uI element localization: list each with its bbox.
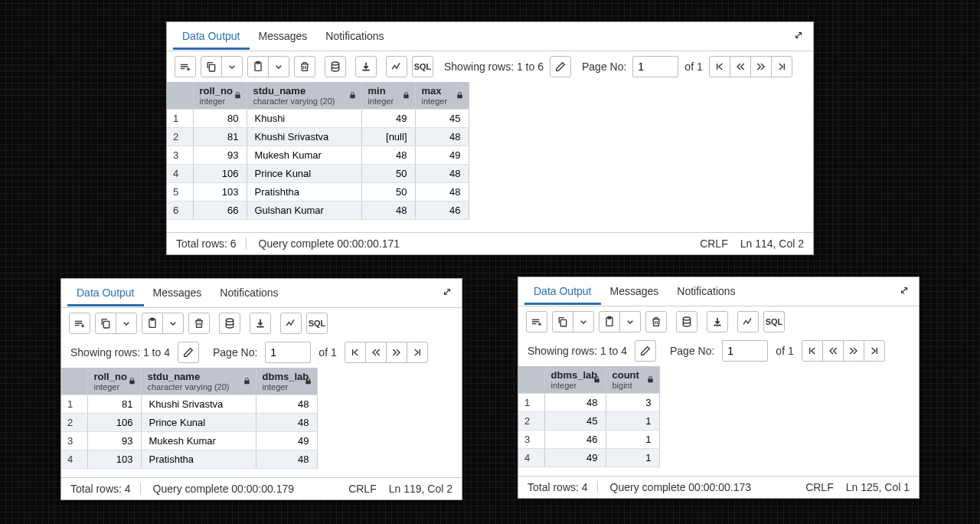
download-button[interactable] <box>250 313 271 334</box>
tab-messages[interactable]: Messages <box>601 279 668 305</box>
add-row-button[interactable] <box>175 56 196 77</box>
table-row[interactable]: 2106Prince Kunal48 <box>61 414 317 432</box>
cell[interactable]: 48 <box>256 414 317 432</box>
cell[interactable]: Pratishtha <box>141 450 256 469</box>
table-row[interactable]: 1483 <box>518 394 659 412</box>
cell[interactable]: 49 <box>256 432 317 450</box>
cell[interactable]: 46 <box>415 201 469 220</box>
expand-icon[interactable] <box>790 27 807 47</box>
copy-button[interactable] <box>201 56 222 77</box>
cell[interactable]: 48 <box>415 128 469 146</box>
edit-button[interactable] <box>178 342 199 363</box>
table-row[interactable]: 3461 <box>518 431 659 449</box>
download-button[interactable] <box>707 311 728 332</box>
page-next-button[interactable] <box>750 56 772 77</box>
column-header-roll_no[interactable]: roll_nointeger <box>87 368 141 395</box>
copy-dropdown-button[interactable] <box>221 56 243 77</box>
cell[interactable]: 1 <box>606 412 659 431</box>
cell[interactable]: Gulshan Kumar <box>247 201 361 220</box>
column-header-roll_no[interactable]: roll_nointeger <box>193 82 247 110</box>
paste-button[interactable] <box>247 56 269 77</box>
cell[interactable]: 48 <box>415 165 469 183</box>
cell[interactable]: 106 <box>193 165 247 183</box>
cell[interactable]: 1 <box>606 431 659 449</box>
cell[interactable]: 49 <box>415 146 469 165</box>
copy-button[interactable] <box>552 311 573 332</box>
tab-messages[interactable]: Messages <box>250 24 317 50</box>
page-prev-button[interactable] <box>822 340 844 362</box>
tab-data output[interactable]: Data Output <box>524 279 601 305</box>
tab-notifications[interactable]: Notifications <box>668 279 744 305</box>
column-header-dbms_lab[interactable]: dbms_labinteger <box>544 366 606 394</box>
cell[interactable]: 1 <box>606 449 659 467</box>
table-row[interactable]: 666Gulshan Kumar4846 <box>167 201 469 220</box>
tab-data output[interactable]: Data Output <box>67 280 144 306</box>
cell[interactable]: 45 <box>415 110 469 128</box>
save-data-button[interactable] <box>219 313 240 334</box>
cell[interactable]: Khushi <box>247 110 361 128</box>
cell[interactable]: 49 <box>544 449 606 467</box>
cell[interactable]: 48 <box>361 146 415 165</box>
table-row[interactable]: 180Khushi4945 <box>167 110 469 128</box>
edit-button[interactable] <box>550 56 571 77</box>
page-prev-button[interactable] <box>730 56 751 77</box>
page-number-input[interactable] <box>265 342 311 363</box>
expand-icon[interactable] <box>896 282 913 302</box>
page-number-input[interactable] <box>632 56 678 77</box>
cell[interactable]: 46 <box>544 431 606 449</box>
graph-button[interactable] <box>737 311 759 332</box>
save-data-button[interactable] <box>676 311 697 332</box>
download-button[interactable] <box>355 56 377 77</box>
cell[interactable]: 93 <box>193 146 247 165</box>
cell[interactable]: 103 <box>193 183 247 201</box>
save-data-button[interactable] <box>325 56 346 77</box>
cell[interactable]: Mukesh Kumar <box>247 146 361 165</box>
cell[interactable]: Khushi Srivastva <box>247 128 361 146</box>
page-prev-button[interactable] <box>365 342 387 363</box>
sql-button[interactable]: SQL <box>412 56 433 77</box>
tab-messages[interactable]: Messages <box>144 280 211 306</box>
cell[interactable]: 45 <box>544 412 606 431</box>
copy-dropdown-button[interactable] <box>573 311 594 332</box>
cell[interactable]: Khushi Srivastva <box>141 395 256 414</box>
delete-button[interactable] <box>645 311 667 332</box>
delete-button[interactable] <box>294 56 315 77</box>
expand-icon[interactable] <box>439 283 456 303</box>
paste-dropdown-button[interactable] <box>619 311 641 332</box>
column-header-dbms_lab[interactable]: dbms_labinteger <box>256 368 317 395</box>
cell[interactable]: 106 <box>87 414 141 432</box>
column-header-stdu_name[interactable]: stdu_namecharacter varying (20) <box>141 368 256 395</box>
cell[interactable]: 66 <box>193 201 247 220</box>
table-row[interactable]: 4106Prince Kunal5048 <box>167 165 469 183</box>
table-row[interactable]: 281Khushi Srivastva[null]48 <box>167 128 469 146</box>
add-row-button[interactable] <box>526 311 547 332</box>
cell[interactable]: 50 <box>361 183 415 201</box>
sql-button[interactable]: SQL <box>763 311 785 332</box>
cell[interactable]: Pratishtha <box>247 183 361 201</box>
column-header-max[interactable]: maxinteger <box>415 82 469 110</box>
page-next-button[interactable] <box>386 342 407 363</box>
cell[interactable]: 48 <box>256 450 317 469</box>
paste-dropdown-button[interactable] <box>162 313 184 334</box>
paste-button[interactable] <box>142 313 163 334</box>
cell[interactable]: 48 <box>415 183 469 201</box>
cell[interactable]: 50 <box>361 165 415 183</box>
page-last-button[interactable] <box>864 340 885 362</box>
table-row[interactable]: 4491 <box>518 449 659 467</box>
column-header-count[interactable]: countbigint <box>606 366 659 394</box>
cell[interactable]: 103 <box>87 450 141 469</box>
cell[interactable]: [null] <box>361 128 415 146</box>
cell[interactable]: 48 <box>256 395 317 414</box>
cell[interactable]: 49 <box>361 110 415 128</box>
page-number-input[interactable] <box>722 340 768 362</box>
column-header-stdu_name[interactable]: stdu_namecharacter varying (20) <box>247 82 361 110</box>
table-row[interactable]: 181Khushi Srivastva48 <box>61 395 317 414</box>
paste-dropdown-button[interactable] <box>268 56 289 77</box>
page-next-button[interactable] <box>843 340 864 362</box>
page-first-button[interactable] <box>709 56 730 77</box>
cell[interactable]: 93 <box>87 432 141 450</box>
page-first-button[interactable] <box>802 340 823 362</box>
copy-dropdown-button[interactable] <box>116 313 137 334</box>
tab-notifications[interactable]: Notifications <box>211 280 287 306</box>
copy-button[interactable] <box>95 313 116 334</box>
